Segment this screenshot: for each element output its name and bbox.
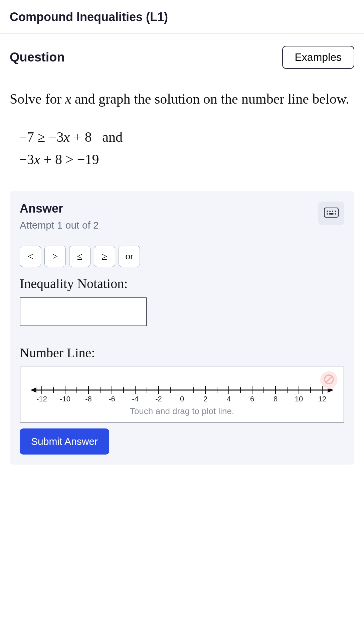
answer-title: Answer [20, 202, 99, 216]
tick-label: -2 [155, 395, 162, 403]
tick-label: 10 [295, 395, 303, 403]
svg-line-9 [326, 376, 332, 382]
prompt-text-post: and graph the solution on the number lin… [71, 91, 349, 107]
submit-answer-button[interactable]: Submit Answer [20, 428, 109, 455]
tick-label: 0 [180, 395, 184, 403]
number-line-container[interactable]: -12-10-8-6-4-2024681012 Touch and drag t… [20, 367, 344, 422]
tick-label: -4 [132, 395, 139, 403]
tick-label: 2 [203, 395, 207, 403]
svg-point-4 [335, 211, 336, 212]
operator-row: < > ≤ ≥ or [20, 246, 344, 267]
svg-point-5 [327, 213, 328, 215]
or-button[interactable]: or [119, 246, 140, 267]
page-title: Compound Inequalities (L1) [10, 10, 354, 24]
ge-button[interactable]: ≥ [94, 246, 115, 267]
tick-label: 12 [318, 395, 326, 403]
question-label: Question [10, 50, 65, 65]
tick-label: -10 [60, 395, 70, 403]
clear-numberline-button[interactable] [320, 371, 338, 389]
no-entry-icon [323, 374, 335, 386]
tick-label: -6 [109, 395, 115, 403]
svg-rect-6 [329, 213, 334, 215]
tick-label: 8 [274, 395, 278, 403]
question-prompt: Solve for x and graph the solution on th… [10, 89, 354, 109]
svg-point-7 [335, 213, 336, 215]
inequality-notation-label: Inequality Notation: [20, 276, 344, 291]
gt-button[interactable]: > [44, 246, 66, 267]
prompt-variable: x [65, 91, 71, 107]
tick-label: 6 [250, 395, 254, 403]
le-button[interactable]: ≤ [69, 246, 90, 267]
keyboard-button[interactable] [318, 202, 344, 225]
prompt-text-pre: Solve for [10, 91, 65, 107]
number-line-label: Number Line: [20, 345, 344, 361]
attempt-counter: Attempt 1 out of 2 [20, 220, 99, 231]
number-line-hint: Touch and drag to plot line. [26, 406, 338, 416]
svg-point-2 [329, 211, 331, 212]
inequality-notation-input[interactable] [20, 297, 147, 326]
equation-1: −7 ≥ −3x + 8 and [19, 126, 354, 148]
number-line[interactable]: -12-10-8-6-4-2024681012 [26, 374, 338, 404]
equation-2: −3x + 8 > −19 [19, 148, 354, 171]
answer-panel: Answer Attempt 1 out of 2 < > ≤ [10, 191, 354, 465]
svg-rect-0 [324, 208, 338, 217]
svg-point-1 [327, 211, 328, 212]
page-header: Compound Inequalities (L1) [0, 0, 364, 34]
lt-button[interactable]: < [20, 246, 41, 267]
tick-label: 4 [227, 395, 231, 403]
examples-button[interactable]: Examples [282, 46, 355, 69]
svg-marker-11 [30, 387, 36, 393]
tick-label: -12 [36, 395, 47, 403]
tick-label: -8 [85, 395, 92, 403]
svg-point-3 [332, 211, 333, 212]
keyboard-icon [324, 208, 339, 219]
equations-block: −7 ≥ −3x + 8 and −3x + 8 > −19 [19, 126, 354, 171]
